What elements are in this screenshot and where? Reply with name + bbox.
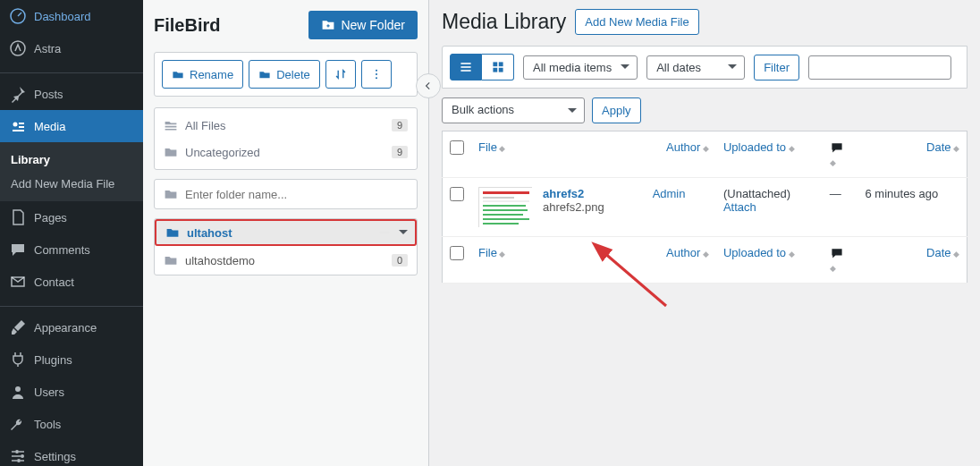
wrench-icon — [9, 415, 27, 433]
svg-point-4 — [15, 386, 21, 392]
grid-view-button[interactable] — [482, 54, 514, 80]
row-checkbox[interactable] — [450, 187, 464, 201]
add-new-media-button[interactable]: Add New Media File — [575, 9, 698, 35]
list-view-button[interactable] — [450, 54, 482, 80]
kebab-button[interactable] — [361, 60, 392, 89]
collapse-panel-button[interactable] — [416, 73, 441, 98]
svg-rect-11 — [460, 63, 470, 64]
col-uploaded[interactable]: Uploaded to — [716, 237, 823, 284]
col-author[interactable]: Author — [646, 237, 716, 284]
select-all-checkbox[interactable] — [450, 140, 464, 155]
folder-search-icon — [164, 187, 178, 201]
sb-users[interactable]: Users — [0, 376, 143, 408]
folder-ultahost[interactable]: ultahost — [155, 219, 417, 246]
folder-pencil-icon — [172, 68, 184, 80]
apply-button[interactable]: Apply — [592, 97, 641, 123]
sb-astra[interactable]: Astra — [0, 32, 143, 64]
file-title[interactable]: ahrefs2 — [543, 187, 604, 200]
label: Contact — [34, 275, 74, 289]
author-link[interactable]: Admin — [653, 187, 686, 200]
sb-contact[interactable]: Contact — [0, 266, 143, 298]
folder-ultahostdemo[interactable]: ultahostdemo0 — [155, 246, 417, 275]
bulk-actions-select[interactable]: Bulk actions — [442, 97, 585, 123]
wp-admin-sidebar: Dashboard Astra Posts Media Library Add … — [0, 0, 143, 466]
svg-point-6 — [21, 454, 24, 458]
label: Comments — [34, 243, 90, 257]
svg-point-8 — [376, 70, 377, 72]
comment-icon — [830, 140, 844, 155]
count-badge — [379, 232, 390, 233]
col-comments[interactable] — [823, 237, 858, 284]
comment-icon — [9, 241, 27, 258]
list-icon — [459, 60, 473, 74]
sb-posts[interactable]: Posts — [0, 78, 143, 110]
svg-point-9 — [376, 73, 377, 75]
delete-button[interactable]: Delete — [249, 60, 320, 89]
uploaded-to: (Unattached) — [723, 187, 815, 200]
folder-search-input[interactable] — [185, 188, 408, 201]
sb-dashboard[interactable]: Dashboard — [0, 0, 143, 32]
folder-icon — [164, 253, 178, 267]
sb-comments[interactable]: Comments — [0, 233, 143, 266]
label: Settings — [34, 450, 76, 463]
grid-icon — [491, 60, 505, 74]
panel-title: FileBird — [154, 15, 220, 36]
media-search-input[interactable] — [808, 55, 951, 80]
thumbnail[interactable] — [478, 187, 532, 227]
sb-library[interactable]: Library — [0, 148, 143, 172]
label: Users — [34, 386, 64, 399]
svg-rect-20 — [483, 197, 514, 199]
sliders-icon — [9, 447, 27, 465]
col-file[interactable]: File — [471, 131, 646, 178]
label: Plugins — [34, 353, 72, 367]
select-all-footer-checkbox[interactable] — [450, 246, 464, 260]
kebab-icon — [370, 68, 383, 80]
media-type-select[interactable]: All media items — [523, 55, 638, 80]
sb-pages[interactable]: Pages — [0, 201, 143, 233]
filebird-panel: FileBird New Folder Rename Delete All Fi… — [143, 0, 429, 466]
sort-button[interactable] — [325, 60, 356, 89]
main-content: Media Library Add New Media File All med… — [429, 0, 980, 466]
date-select[interactable]: All dates — [646, 55, 745, 80]
svg-rect-26 — [483, 223, 519, 225]
svg-rect-24 — [483, 214, 523, 216]
svg-point-10 — [376, 77, 377, 79]
col-author[interactable]: Author — [646, 131, 716, 178]
attach-link[interactable]: Attach — [723, 200, 815, 214]
sb-settings[interactable]: Settings — [0, 440, 143, 466]
col-date[interactable]: Date — [858, 131, 967, 178]
count-badge: 0 — [392, 254, 408, 267]
uncategorized-row[interactable]: Uncategorized9 — [155, 139, 417, 165]
sb-appearance[interactable]: Appearance — [0, 311, 143, 343]
label: Tools — [34, 418, 61, 431]
svg-rect-19 — [483, 191, 529, 194]
svg-point-5 — [15, 450, 19, 453]
svg-rect-14 — [493, 62, 497, 66]
sb-tools[interactable]: Tools — [0, 408, 143, 440]
filter-button[interactable]: Filter — [754, 55, 799, 80]
label: Posts — [34, 88, 63, 101]
sb-media[interactable]: Media — [0, 110, 143, 142]
view-toggle — [450, 54, 514, 80]
page-icon — [9, 208, 27, 226]
comment-icon — [830, 246, 844, 260]
col-uploaded[interactable]: Uploaded to — [716, 131, 823, 178]
comments-cell: — — [823, 178, 858, 237]
col-file[interactable]: File — [471, 237, 646, 284]
folder-search[interactable] — [154, 179, 418, 209]
date-cell: 6 minutes ago — [858, 178, 967, 237]
sb-plugins[interactable]: Plugins — [0, 343, 143, 376]
pin-icon — [9, 85, 27, 103]
rename-button[interactable]: Rename — [162, 60, 243, 89]
col-comments[interactable] — [823, 131, 858, 178]
svg-point-7 — [17, 459, 21, 462]
plug-icon — [9, 351, 27, 369]
col-date[interactable]: Date — [858, 237, 967, 284]
new-folder-button[interactable]: New Folder — [308, 11, 418, 39]
all-files-row[interactable]: All Files9 — [155, 112, 417, 139]
svg-rect-22 — [483, 205, 526, 207]
svg-point-2 — [13, 123, 18, 127]
media-icon — [9, 117, 27, 135]
svg-rect-15 — [498, 62, 503, 66]
sb-add-media[interactable]: Add New Media File — [0, 172, 143, 196]
